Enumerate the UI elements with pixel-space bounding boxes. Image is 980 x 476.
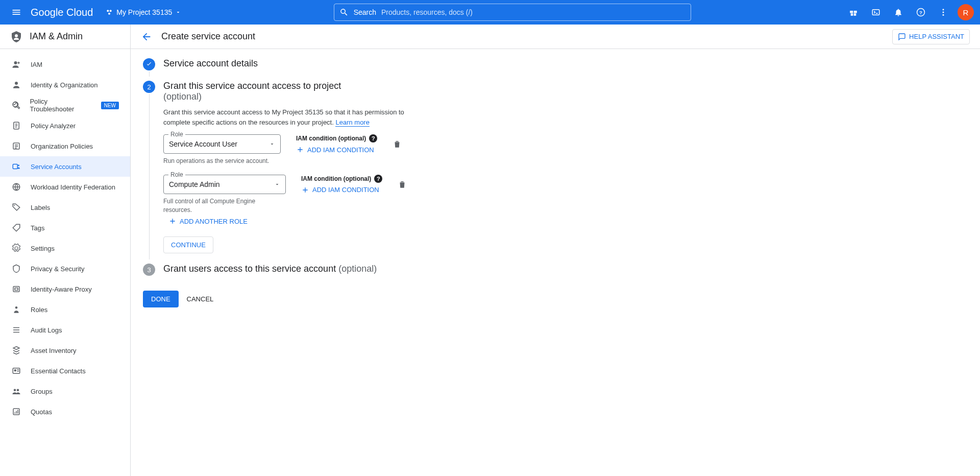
sidebar-item-service-accounts[interactable]: Service Accounts xyxy=(0,156,130,177)
content: Service account details 2 Grant this ser… xyxy=(131,49,590,328)
step-2-description: Grant this service account access to My … xyxy=(163,107,408,127)
new-badge: NEW xyxy=(101,102,119,109)
logo[interactable]: Google Cloud xyxy=(29,7,95,18)
search-icon xyxy=(339,8,349,17)
sidebar-item-label: Organization Policies xyxy=(31,142,93,150)
role-hint-2: Full control of all Compute Engine resou… xyxy=(163,197,271,215)
cancel-button[interactable]: CANCEL xyxy=(187,291,214,307)
learn-more-link[interactable]: Learn more xyxy=(335,118,369,127)
svg-point-15 xyxy=(15,82,18,85)
sidebar-item-tags[interactable]: Tags xyxy=(0,218,130,238)
svg-point-19 xyxy=(18,164,19,166)
step-2: 2 Grant this service account access to p… xyxy=(143,81,578,260)
sidebar: IAM & Admin IAM Identity & Organization … xyxy=(0,25,131,476)
step-1-title[interactable]: Service account details xyxy=(163,58,578,69)
notifications-icon[interactable] xyxy=(888,0,909,25)
add-iam-condition-2[interactable]: ADD IAM CONDITION xyxy=(301,186,382,194)
role-hint-1: Run operations as the service account. xyxy=(163,157,271,165)
sidebar-item-org-policies[interactable]: Organization Policies xyxy=(0,136,130,156)
sidebar-item-asset-inventory[interactable]: Asset Inventory xyxy=(0,340,130,361)
role-value: Service Account User xyxy=(169,140,237,148)
svg-rect-3 xyxy=(850,11,853,13)
svg-rect-23 xyxy=(15,288,18,291)
search-placeholder: Products, resources, docs (/) xyxy=(381,8,473,16)
sidebar-item-label: Audit Logs xyxy=(31,326,62,334)
sidebar-item-label: Quotas xyxy=(31,408,52,416)
sidebar-item-privacy-security[interactable]: Privacy & Security xyxy=(0,258,130,279)
sidebar-item-settings[interactable]: Settings xyxy=(0,238,130,258)
help-assistant-button[interactable]: HELP ASSISTANT xyxy=(892,29,970,44)
dropdown-icon xyxy=(274,181,280,187)
sidebar-item-policy-analyzer[interactable]: Policy Analyzer xyxy=(0,115,130,136)
sidebar-item-groups[interactable]: Groups xyxy=(0,381,130,401)
step-3: 3 Grant users access to this service acc… xyxy=(143,264,578,281)
svg-point-2 xyxy=(108,13,110,15)
sidebar-item-labels[interactable]: Labels xyxy=(0,197,130,218)
svg-point-24 xyxy=(15,306,18,309)
sidebar-item-workload-identity[interactable]: Workload Identity Federation xyxy=(0,177,130,197)
continue-button[interactable]: CONTINUE xyxy=(163,236,213,253)
role-row-2: Role Compute Admin Full control of all C… xyxy=(163,175,578,215)
more-vert-icon[interactable] xyxy=(933,0,953,25)
sidebar-item-quotas[interactable]: Quotas xyxy=(0,401,130,422)
account-avatar[interactable]: R xyxy=(955,0,976,25)
svg-rect-5 xyxy=(851,13,853,16)
step-1: Service account details xyxy=(143,58,578,78)
svg-text:?: ? xyxy=(919,10,922,15)
search-bar[interactable]: Search Products, resources, docs (/) xyxy=(334,4,691,21)
shield-icon xyxy=(10,31,22,43)
sidebar-item-label: Essential Contacts xyxy=(31,367,86,375)
role-row-1: Role Service Account User Run operations… xyxy=(163,134,578,165)
sidebar-item-policy-troubleshooter[interactable]: Policy TroubleshooterNEW xyxy=(0,95,130,115)
top-icons: ? R xyxy=(843,0,976,25)
gift-icon[interactable] xyxy=(843,0,864,25)
svg-rect-18 xyxy=(13,164,17,169)
sidebar-item-roles[interactable]: Roles xyxy=(0,299,130,320)
sidebar-item-label: Settings xyxy=(31,245,55,252)
trash-icon xyxy=(398,180,407,189)
sidebar-item-essential-contacts[interactable]: Essential Contacts xyxy=(0,361,130,381)
plus-icon xyxy=(296,146,304,154)
sidebar-item-label: Policy Analyzer xyxy=(31,122,76,130)
svg-rect-22 xyxy=(13,287,19,292)
project-icon xyxy=(105,8,113,16)
help-tooltip-icon[interactable]: ? xyxy=(374,175,382,183)
trash-icon xyxy=(393,139,402,149)
add-iam-condition-1[interactable]: ADD IAM CONDITION xyxy=(296,146,377,154)
page-header: Create service account HELP ASSISTANT xyxy=(131,25,980,49)
svg-point-27 xyxy=(14,389,16,392)
sidebar-header[interactable]: IAM & Admin xyxy=(0,25,130,49)
svg-point-26 xyxy=(14,370,16,371)
sidebar-item-label: Roles xyxy=(31,306,47,314)
svg-point-1 xyxy=(110,10,112,12)
svg-point-12 xyxy=(943,14,944,16)
hamburger-menu-button[interactable] xyxy=(4,0,29,25)
bottom-actions: DONE CANCEL xyxy=(143,291,578,307)
sidebar-item-iap[interactable]: Identity-Aware Proxy xyxy=(0,279,130,299)
role-value: Compute Admin xyxy=(169,180,220,188)
delete-role-1[interactable] xyxy=(393,134,402,149)
help-tooltip-icon[interactable]: ? xyxy=(369,134,377,142)
sidebar-item-identity-org[interactable]: Identity & Organization xyxy=(0,75,130,95)
sidebar-item-iam[interactable]: IAM xyxy=(0,54,130,75)
field-label: Role xyxy=(168,131,185,138)
project-picker[interactable]: My Project 35135 xyxy=(105,8,181,16)
top-bar: Google Cloud My Project 35135 Search Pro… xyxy=(0,0,980,25)
chat-icon xyxy=(898,33,906,41)
step-3-title[interactable]: Grant users access to this service accou… xyxy=(163,264,578,274)
menu-icon xyxy=(11,7,21,17)
cloud-shell-icon[interactable] xyxy=(866,0,886,25)
sidebar-item-label: Privacy & Security xyxy=(31,265,84,273)
add-another-role-button[interactable]: ADD ANOTHER ROLE xyxy=(168,217,578,225)
help-icon[interactable]: ? xyxy=(911,0,931,25)
delete-role-2[interactable] xyxy=(398,175,407,189)
sidebar-title: IAM & Admin xyxy=(30,31,83,42)
done-button[interactable]: DONE xyxy=(143,291,179,307)
svg-point-14 xyxy=(14,61,17,64)
back-button[interactable] xyxy=(141,31,152,42)
field-label: Role xyxy=(168,171,185,178)
sidebar-item-label: Workload Identity Federation xyxy=(31,183,115,191)
plus-icon xyxy=(301,186,309,194)
sidebar-item-audit-logs[interactable]: Audit Logs xyxy=(0,320,130,340)
sidebar-item-label: Labels xyxy=(31,204,50,211)
